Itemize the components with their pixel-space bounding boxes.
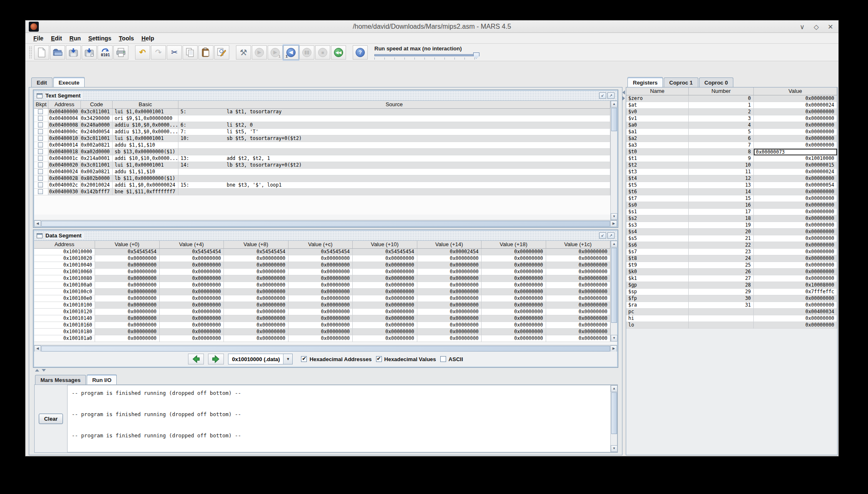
value-cell[interactable]: 0x00000000 — [95, 262, 160, 269]
register-value-cell[interactable]: 0x00000000 — [754, 202, 837, 209]
data-segment-titlebar[interactable]: Data Segment ↙ ↗ — [34, 231, 617, 241]
data-segment-hscrollbar[interactable]: ◀ ▶ — [34, 345, 617, 352]
value-cell[interactable]: 0x00000000 — [417, 322, 482, 329]
register-value-cell[interactable]: 0x00000000 — [754, 235, 837, 242]
restore-window-icon[interactable]: ↙ — [599, 92, 606, 99]
value-cell[interactable]: 0x00000000 — [546, 249, 611, 255]
value-cell[interactable]: 0x54545454 — [224, 249, 288, 255]
value-cell[interactable]: 0x00000000 — [95, 255, 160, 262]
value-cell[interactable]: 0x00002454 — [417, 249, 482, 255]
value-cell[interactable]: 0x00000000 — [353, 255, 417, 262]
value-cell[interactable]: 0x00000000 — [482, 269, 546, 275]
breakpoint-cell[interactable] — [34, 135, 48, 142]
paste-button[interactable] — [198, 45, 213, 60]
value-cell[interactable]: 0x00000000 — [160, 289, 224, 295]
scroll-down-icon[interactable]: ▼ — [611, 445, 617, 452]
value-cell[interactable]: 0x00000000 — [417, 295, 482, 302]
scroll-down-icon[interactable]: ▼ — [611, 335, 617, 342]
close-icon[interactable]: ✕ — [827, 23, 834, 31]
breakpoint-checkbox[interactable] — [38, 189, 43, 194]
register-value-cell[interactable]: 0x00000000 — [754, 302, 837, 309]
value-cell[interactable]: 0x00000000 — [417, 275, 482, 282]
value-cell[interactable]: 0x54545454 — [160, 249, 224, 255]
value-cell[interactable]: 0x00000000 — [95, 322, 160, 329]
breakpoint-cell[interactable] — [34, 189, 48, 195]
value-cell[interactable]: 0x00000000 — [482, 282, 546, 289]
value-cell[interactable]: 0x00000000 — [482, 249, 546, 255]
column-header-value-18[interactable]: Value (+18) — [482, 241, 546, 248]
value-cell[interactable]: 0x00000000 — [417, 302, 482, 309]
value-cell[interactable]: 0x00000000 — [417, 255, 482, 262]
value-cell[interactable]: 0x00000000 — [546, 329, 611, 335]
value-cell[interactable]: 0x00000000 — [417, 309, 482, 315]
hexadecimal-values-checkbox[interactable]: Hexadecimal Values — [376, 356, 436, 362]
value-cell[interactable]: 0x00000000 — [224, 302, 288, 309]
breakpoint-checkbox[interactable] — [38, 182, 43, 187]
scroll-up-icon[interactable]: ▲ — [611, 241, 617, 247]
register-value-cell[interactable]: 0x00000000 — [754, 189, 837, 195]
tab-coproc-0[interactable]: Coproc 0 — [699, 77, 733, 87]
register-value-cell[interactable]: 0x00000000 — [754, 295, 837, 302]
value-cell[interactable]: 0x00000000 — [546, 262, 611, 269]
collapse-down-icon[interactable] — [42, 369, 46, 372]
scroll-down-icon[interactable]: ▼ — [611, 213, 617, 220]
value-cell[interactable]: 0x00000000 — [546, 269, 611, 275]
tab-mars-messages[interactable]: Mars Messages — [35, 375, 86, 384]
column-header-bkpt[interactable]: Bkpt — [34, 101, 48, 108]
value-cell[interactable]: 0x54545454 — [353, 249, 417, 255]
value-cell[interactable]: 0x00000000 — [288, 322, 353, 329]
value-cell[interactable]: 0x54545454 — [288, 249, 353, 255]
value-cell[interactable]: 0x00000000 — [224, 255, 288, 262]
value-cell[interactable]: 0x00000000 — [482, 322, 546, 329]
collapse-right-icon[interactable] — [622, 96, 625, 100]
value-cell[interactable]: 0x00000000 — [288, 282, 353, 289]
value-cell[interactable]: 0x00000000 — [160, 269, 224, 275]
value-cell[interactable]: 0x00000000 — [353, 335, 417, 342]
previous-memory-button[interactable] — [188, 354, 204, 364]
value-cell[interactable]: 0x00000000 — [482, 275, 546, 282]
value-cell[interactable]: 0x00000000 — [160, 309, 224, 315]
value-cell[interactable]: 0x00000000 — [546, 289, 611, 295]
checkbox-icon[interactable] — [376, 356, 382, 362]
column-header-value-0[interactable]: Value (+0) — [95, 241, 160, 248]
column-header-basic[interactable]: Basic — [113, 101, 178, 108]
value-cell[interactable]: 0x00000000 — [95, 282, 160, 289]
value-cell[interactable]: 0x00000000 — [224, 315, 288, 322]
value-cell[interactable]: 0x00000000 — [546, 315, 611, 322]
value-cell[interactable]: 0x00000000 — [546, 282, 611, 289]
value-cell[interactable]: 0x00000000 — [353, 329, 417, 335]
value-cell[interactable]: 0x00000000 — [288, 255, 353, 262]
scroll-left-icon[interactable]: ◀ — [34, 345, 41, 352]
scroll-right-icon[interactable]: ▶ — [610, 345, 617, 352]
register-value-editor[interactable]: 0x00000073 — [754, 149, 837, 155]
open-file-button[interactable] — [50, 45, 65, 60]
value-cell[interactable]: 0x00000000 — [160, 262, 224, 269]
menu-help[interactable]: Help — [138, 34, 158, 43]
value-cell[interactable]: 0x00000000 — [353, 322, 417, 329]
vertical-splitter[interactable] — [622, 87, 626, 455]
column-header-value-14[interactable]: Value (+14) — [417, 241, 482, 248]
value-cell[interactable]: 0x00000000 — [95, 315, 160, 322]
value-cell[interactable]: 0x00000000 — [288, 289, 353, 295]
register-value-cell[interactable]: 0x00000000 — [754, 122, 837, 129]
register-value-cell[interactable]: 0x00000000 — [754, 315, 837, 322]
value-cell[interactable]: 0x00000000 — [353, 295, 417, 302]
tab-coproc-1[interactable]: Coproc 1 — [664, 77, 698, 87]
breakpoint-checkbox[interactable] — [38, 149, 43, 154]
value-cell[interactable]: 0x00000000 — [224, 282, 288, 289]
breakpoint-checkbox[interactable] — [38, 176, 43, 181]
value-cell[interactable]: 0x00000000 — [546, 295, 611, 302]
value-cell[interactable]: 0x00000000 — [546, 322, 611, 329]
breakpoint-cell[interactable] — [34, 155, 48, 162]
ascii-checkbox[interactable]: ASCII — [440, 356, 463, 362]
memory-base-combobox[interactable]: 0x10010000 (.data) ▼ — [228, 354, 293, 364]
value-cell[interactable]: 0x00000000 — [288, 335, 353, 342]
value-cell[interactable]: 0x00000000 — [224, 309, 288, 315]
register-value-cell[interactable]: 0x7fffeffc — [754, 289, 837, 295]
value-cell[interactable]: 0x00000000 — [288, 262, 353, 269]
value-cell[interactable]: 0x00000000 — [546, 309, 611, 315]
tab-registers[interactable]: Registers — [627, 77, 663, 87]
register-value-cell[interactable]: 0x00000000 — [754, 195, 837, 202]
value-cell[interactable]: 0x00000000 — [482, 335, 546, 342]
column-header-value-1c[interactable]: Value (+1c) — [546, 241, 611, 248]
